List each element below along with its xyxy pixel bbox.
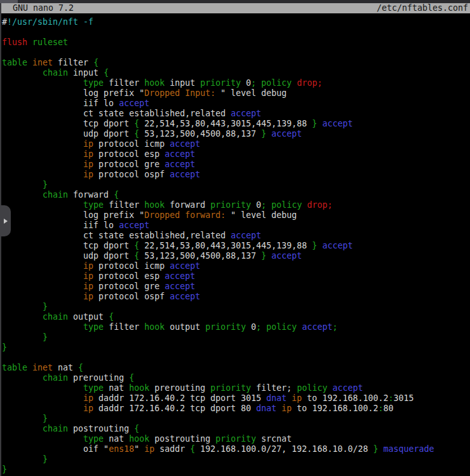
code-token: } bbox=[43, 180, 48, 189]
code-line: chain forward { bbox=[2, 190, 470, 200]
code-token: priority bbox=[215, 434, 256, 444]
code-line: iif lo accept bbox=[2, 221, 470, 231]
code-token: tcp dport bbox=[2, 119, 134, 128]
code-token: log prefix " bbox=[2, 88, 144, 98]
code-token: ip bbox=[83, 404, 93, 413]
code-token: accept bbox=[231, 231, 261, 240]
code-line: type filter hook input priority 0; polic… bbox=[2, 78, 470, 88]
control-bar-handle[interactable] bbox=[0, 205, 11, 236]
code-token: hook bbox=[144, 322, 164, 332]
code-token: accept bbox=[322, 119, 352, 128]
code-token: accept bbox=[170, 170, 200, 179]
code-token: Dropped Input: bbox=[144, 88, 220, 98]
code-token: } bbox=[43, 454, 48, 464]
code-line bbox=[2, 27, 470, 37]
code-token: type bbox=[83, 322, 104, 332]
code-token bbox=[27, 37, 32, 47]
code-token: ip bbox=[83, 139, 93, 149]
code-token: accept bbox=[271, 251, 302, 261]
code-token: } bbox=[43, 332, 48, 342]
code-token: { bbox=[93, 58, 98, 67]
code-line: } bbox=[2, 414, 470, 424]
code-token: ; bbox=[332, 322, 337, 332]
code-token: inet bbox=[32, 363, 53, 372]
code-token: drop; bbox=[307, 200, 332, 210]
code-token: srcnat bbox=[256, 434, 292, 444]
code-token: { bbox=[114, 190, 119, 200]
code-token: filter bbox=[53, 58, 93, 67]
code-token: log prefix " bbox=[2, 210, 144, 220]
code-token bbox=[2, 302, 43, 311]
code-token: ip bbox=[83, 160, 93, 169]
code-token: { bbox=[134, 241, 139, 250]
code-token: " level debug bbox=[220, 88, 286, 98]
code-token: } bbox=[2, 465, 7, 474]
code-token: { bbox=[129, 373, 134, 383]
code-token bbox=[2, 170, 83, 179]
code-line: oif "ens18" ip saddr { 192.168.100.0/27,… bbox=[2, 444, 470, 454]
code-token: policy bbox=[266, 322, 297, 332]
code-token: udp dport bbox=[2, 251, 134, 261]
code-token: 53,123,500,4500,88,137 bbox=[139, 251, 261, 261]
code-line: } bbox=[2, 332, 470, 343]
code-token: protocol icmp bbox=[93, 139, 170, 149]
code-line: ct state established,related accept bbox=[2, 231, 470, 241]
code-token bbox=[2, 180, 43, 189]
code-token: output bbox=[68, 312, 109, 322]
code-token: priority bbox=[205, 322, 246, 332]
code-token: hook bbox=[129, 383, 149, 393]
code-token bbox=[2, 139, 83, 149]
code-line: chain input { bbox=[2, 68, 470, 78]
code-token: protocol esp bbox=[93, 149, 164, 159]
code-line: ct state established,related accept bbox=[2, 109, 470, 119]
code-token: " bbox=[134, 444, 144, 454]
code-token: ens18 bbox=[109, 444, 134, 454]
code-line: ip protocol gre accept bbox=[2, 160, 470, 170]
code-token: type bbox=[83, 78, 104, 88]
code-token: protocol gre bbox=[93, 282, 164, 291]
code-token bbox=[2, 434, 83, 444]
code-token: to 192.168.100.2 bbox=[292, 404, 378, 413]
code-token: 0 bbox=[251, 200, 261, 210]
code-token: ip bbox=[144, 444, 154, 454]
file-path-label: /etc/nftables.conf bbox=[377, 3, 468, 13]
code-token: nat bbox=[53, 363, 78, 372]
code-token bbox=[2, 393, 83, 403]
code-token: accept bbox=[164, 282, 195, 291]
code-token: chain bbox=[43, 68, 68, 78]
code-line: chain prerouting { bbox=[2, 373, 470, 383]
terminal-screen: GNU nano 7.2 /etc/nftables.conf #!/usr/s… bbox=[0, 0, 470, 476]
code-token: flush bbox=[2, 37, 27, 47]
code-line: chain output { bbox=[2, 312, 470, 322]
editor-area[interactable]: #!/usr/sbin/nft -fflush rulesettable ine… bbox=[1, 13, 470, 476]
code-token: } bbox=[2, 343, 7, 352]
code-token: { bbox=[134, 129, 139, 139]
code-token: type bbox=[83, 383, 104, 393]
code-token: protocol ospf bbox=[93, 170, 170, 179]
code-token bbox=[2, 261, 83, 271]
code-line: iif lo accept bbox=[2, 99, 470, 109]
code-token: drop; bbox=[297, 78, 322, 88]
code-token: type bbox=[83, 200, 104, 210]
code-token: accept bbox=[231, 109, 261, 118]
code-token: hook bbox=[144, 78, 164, 88]
code-token bbox=[2, 78, 83, 88]
code-token: prerouting bbox=[68, 373, 129, 383]
code-token: ip bbox=[281, 404, 292, 413]
code-token: priority bbox=[210, 383, 251, 393]
code-token bbox=[2, 404, 83, 413]
code-token bbox=[2, 454, 43, 464]
code-token: dnat bbox=[266, 393, 286, 403]
code-token: accept bbox=[271, 129, 302, 139]
code-token: table bbox=[2, 58, 27, 67]
code-token: { bbox=[134, 424, 139, 433]
code-token bbox=[2, 322, 83, 332]
code-token: priority bbox=[210, 200, 251, 210]
code-token: udp dport bbox=[2, 129, 134, 139]
code-token: nat bbox=[104, 434, 129, 444]
code-token: oif " bbox=[2, 444, 109, 454]
code-token: } bbox=[43, 302, 48, 311]
code-token: { bbox=[109, 312, 114, 322]
code-token: postrouting bbox=[68, 424, 134, 433]
code-token: table bbox=[2, 363, 27, 372]
